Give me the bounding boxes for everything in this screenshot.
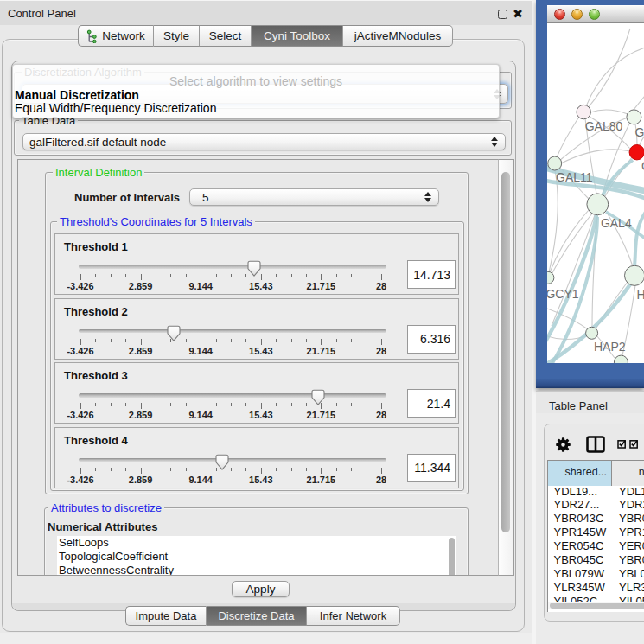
popup-prompt-item[interactable]: Select algorithm to view settings (13, 74, 499, 88)
network-edge[interactable] (557, 117, 579, 157)
table-row[interactable]: YDR27...YDR27 (548, 498, 644, 512)
network-node[interactable] (629, 145, 644, 160)
table-row[interactable]: YLR345WYLR34 (548, 581, 644, 595)
zoom-traffic-light-icon[interactable] (589, 9, 600, 20)
tab-label: Select (209, 29, 242, 42)
slider-tick (367, 403, 367, 406)
algorithm-dropdown-popup: Select algorithm to view settings Manual… (12, 64, 500, 118)
network-edge[interactable] (590, 110, 628, 114)
float-window-icon[interactable] (498, 10, 507, 19)
slider-tick (381, 274, 382, 280)
slider-tick (156, 468, 156, 471)
network-node[interactable] (626, 110, 641, 124)
control-panel-titlebar: Control Panel ✖ (0, 0, 532, 25)
network-edge[interactable] (586, 48, 644, 106)
network-node[interactable] (614, 355, 628, 363)
apply-button[interactable]: Apply (232, 581, 290, 598)
table-row[interactable]: YDL19...YDL19 (548, 485, 644, 499)
slider-track[interactable] (79, 393, 386, 398)
tab-impute-data[interactable]: Impute Data (125, 606, 207, 627)
threshold-value: 14.713 (413, 268, 450, 282)
network-node[interactable] (547, 271, 554, 284)
slider-tick (141, 339, 142, 345)
tab-network[interactable]: Network (78, 25, 154, 47)
slider-tick-label: -3.426 (54, 410, 106, 420)
network-node[interactable] (577, 105, 590, 118)
popup-item-equal-width[interactable]: Equal Width/Frequency Discretization (13, 101, 499, 115)
table-row[interactable]: YBR043CYBR04 (548, 512, 644, 526)
table-row[interactable]: YBR045CYBR04 (548, 553, 644, 567)
settings-vertical-scrollbar[interactable] (498, 159, 514, 576)
slider-thumb[interactable] (246, 260, 262, 277)
scrollbar-thumb[interactable] (550, 603, 644, 609)
network-node[interactable] (547, 156, 561, 170)
control-panel-title: Control Panel (8, 7, 76, 20)
table-data-combobox[interactable]: galFiltered.sif default node (22, 133, 506, 150)
table-row[interactable]: YER054CYER05 (548, 539, 644, 553)
slider-tick (306, 339, 307, 342)
columns-icon[interactable] (586, 436, 605, 453)
network-canvas[interactable]: GAL80GACGAL11GAL4GCY1HHAP2 (547, 23, 644, 363)
scrollbar-thumb[interactable] (501, 172, 510, 532)
network-node[interactable] (624, 265, 644, 285)
slider-tick (261, 468, 262, 474)
tab-jactivemnodules[interactable]: jActiveMNodules (343, 25, 453, 47)
slider-tick (201, 339, 201, 345)
slider-track[interactable] (79, 329, 386, 334)
threshold-panel-1: Threshold 1-3.4262.8599.14415.4321.71528… (54, 233, 459, 295)
slider-tick (321, 468, 322, 474)
close-traffic-light-icon[interactable] (554, 9, 565, 20)
checkbox-icon[interactable] (629, 439, 639, 449)
numerical-attributes-list[interactable]: SelfLoopsTopologicalCoefficientBetweenne… (57, 536, 447, 576)
minimize-traffic-light-icon[interactable] (571, 9, 583, 20)
threshold-value-field[interactable]: 11.344 (407, 454, 456, 482)
slider-track[interactable] (79, 265, 386, 269)
network-edge[interactable] (588, 29, 630, 108)
threshold-value-field[interactable]: 14.713 (407, 260, 456, 289)
slider-tick (367, 468, 367, 471)
network-node-label: HAP2 (594, 340, 626, 354)
table-horizontal-scrollbar[interactable] (548, 602, 644, 609)
network-node[interactable] (586, 194, 608, 215)
list-item[interactable]: TopologicalCoefficient (57, 550, 447, 564)
slider-thumb[interactable] (310, 389, 326, 406)
table-panel-titlebar: Table Panel (536, 391, 644, 413)
threshold-value-field[interactable]: 6.316 (407, 325, 456, 354)
checkbox-icon[interactable] (617, 439, 627, 449)
popup-item-manual-discretization[interactable]: Manual Discretization (13, 88, 499, 102)
list-item[interactable]: BetweennessCentrality (57, 564, 447, 576)
cell-name: YDR27 (619, 498, 644, 512)
number-of-intervals-combobox[interactable]: 5 (189, 188, 439, 206)
close-icon[interactable]: ✖ (513, 7, 525, 22)
tab-select[interactable]: Select (200, 25, 252, 47)
column-header-shared-name[interactable]: shared... (548, 461, 613, 486)
slider-tick (111, 339, 112, 342)
gear-icon[interactable] (556, 437, 571, 452)
control-panel-window-edge (0, 633, 532, 644)
table-row[interactable]: YPR145WYPR14 (548, 526, 644, 539)
tab-style[interactable]: Style (154, 25, 200, 47)
table-row[interactable]: YBL079WYBL07 (548, 567, 644, 581)
interval-definition-group-title: Interval Definition (53, 167, 144, 178)
slider-tick-label: -3.426 (54, 346, 106, 356)
tab-discretize-data[interactable]: Discretize Data (207, 606, 307, 627)
slider-tick (351, 468, 352, 471)
list-item[interactable]: SelfLoops (57, 536, 447, 550)
slider-tick (125, 339, 126, 342)
slider-thumb[interactable] (166, 325, 182, 342)
column-header-name[interactable]: name (612, 461, 644, 486)
attributes-list-scrollbar[interactable] (447, 536, 456, 576)
threshold-value-field[interactable]: 21.4 (407, 389, 456, 418)
network-node[interactable] (585, 327, 597, 339)
tab-cyni-toolbox[interactable]: Cyni Toolbox (252, 25, 343, 47)
slider-thumb[interactable] (214, 454, 230, 471)
tab-infer-network[interactable]: Infer Network (307, 606, 400, 627)
scrollbar-thumb[interactable] (449, 538, 455, 576)
slider-tick (245, 468, 246, 471)
network-edge[interactable] (634, 212, 644, 266)
slider-track[interactable] (79, 458, 386, 462)
slider-tick (216, 274, 217, 277)
network-edge[interactable] (634, 96, 644, 110)
slider-tick (125, 468, 126, 471)
tab-label: Impute Data (136, 609, 197, 622)
